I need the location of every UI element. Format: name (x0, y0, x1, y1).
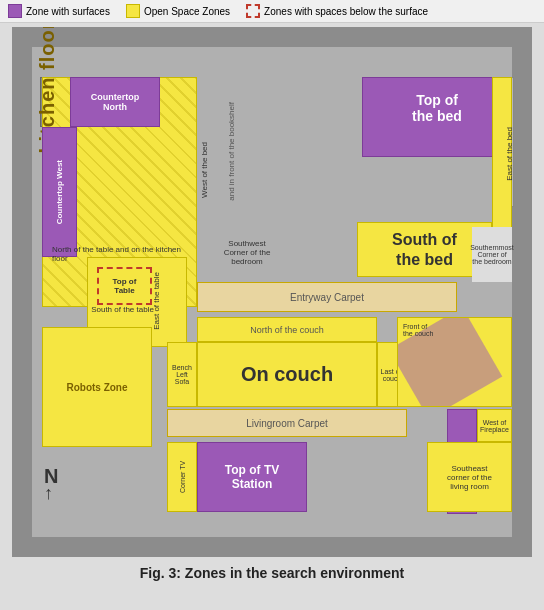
cushion-area: Front ofthe couch (397, 317, 512, 407)
south-bed-label: South ofthe bed (392, 230, 457, 268)
west-fireplace-label: West of Fireplace (480, 419, 509, 433)
se-corner-living-zone: Southeast corner of the living room (427, 442, 512, 512)
caption-text: Fig. 3: Zones in the search environment (140, 565, 405, 581)
entryway-carpet-zone: Entryway Carpet (197, 282, 457, 312)
countertop-west-label: Countertop West (55, 160, 64, 224)
corner-tv-label: Corner TV (179, 461, 186, 493)
map-area: kitchen floor Countertop North Counterto… (12, 27, 532, 557)
west-fireplace-zone: West of Fireplace (477, 409, 512, 442)
north-couch-label: North of the couch (250, 325, 324, 335)
table-top-zone: Top of Table (97, 267, 152, 305)
on-couch-zone: On couch (197, 342, 377, 407)
on-couch-label: On couch (241, 363, 333, 386)
se-corner-bedroom-zone: Southernmost Corner of the bedroom (472, 227, 512, 282)
bookshelf-label: and in front of the bookshelf (227, 102, 252, 201)
tv-station-zone: Top of TV Station (197, 442, 307, 512)
south-of-table-label: South of the table (90, 305, 155, 314)
se-corner-living-label: Southeast corner of the living room (447, 464, 492, 491)
east-of-table-label: East of the table (152, 272, 161, 330)
legend-open-space: Open Space Zones (126, 4, 230, 18)
table-top-label: Top of Table (113, 277, 137, 295)
legend-below-surface-label: Zones with spaces below the surface (264, 6, 428, 17)
countertop-north-label: Countertop North (91, 92, 140, 112)
entryway-carpet-label: Entryway Carpet (290, 292, 364, 303)
legend-open-space-label: Open Space Zones (144, 6, 230, 17)
sw-corner-bedroom-label: Southwest Corner of the bedroom (224, 239, 271, 266)
legend-below-surface: Zones with spaces below the surface (246, 4, 428, 18)
bed-top-label: Top of the bed (377, 92, 497, 124)
page-container: Zone with surfaces Open Space Zones Zone… (0, 0, 544, 610)
legend-surfaces-label: Zone with surfaces (26, 6, 110, 17)
sw-corner-bedroom-zone: Southwest Corner of the bedroom (197, 227, 297, 277)
corner-tv-zone: Corner TV (167, 442, 197, 512)
west-bed-label: West of the bed (200, 142, 209, 198)
livingroom-carpet-label: Livingroom Carpet (246, 418, 328, 429)
livingroom-carpet-zone: Livingroom Carpet (167, 409, 407, 437)
legend-surfaces: Zone with surfaces (8, 4, 110, 18)
countertop-north-zone: Countertop North (70, 77, 160, 127)
legend-yellow-box (126, 4, 140, 18)
tv-station-label: Top of TV Station (225, 463, 279, 491)
legend: Zone with surfaces Open Space Zones Zone… (0, 0, 544, 23)
countertop-west-zone: Countertop West (42, 127, 77, 257)
robots-zone-label: Robots Zone (66, 382, 127, 393)
north-couch-zone: North of the couch (197, 317, 377, 342)
left-couch-zone: Bench Left Sofa (167, 342, 197, 407)
legend-dashed-box (246, 4, 260, 18)
robots-zone: Robots Zone (42, 327, 152, 447)
figure-caption: Fig. 3: Zones in the search environment (0, 561, 544, 585)
east-bed-label: East of the bed (505, 127, 514, 181)
legend-purple-box (8, 4, 22, 18)
left-couch-label: Bench Left Sofa (172, 364, 192, 385)
se-corner-bedroom-label: Southernmost Corner of the bedroom (470, 244, 514, 265)
north-arrow: N ↑ (44, 465, 58, 502)
